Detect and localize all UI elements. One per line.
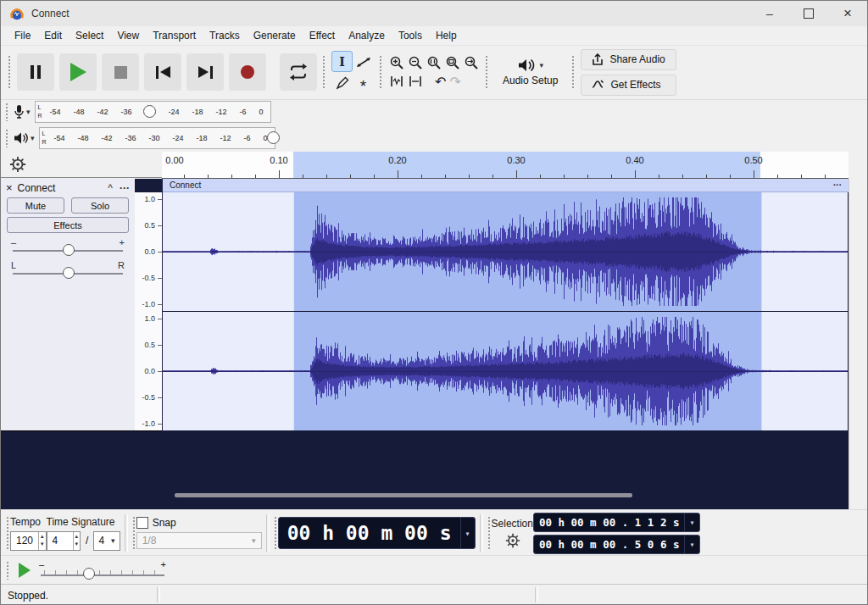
skip-to-start-button[interactable]	[144, 53, 181, 91]
fit-project-button[interactable]	[444, 54, 461, 71]
speaker-icon	[517, 58, 536, 73]
pan-slider[interactable]: L R	[11, 260, 125, 280]
menu-tracks[interactable]: Tracks	[203, 27, 247, 44]
menu-tools[interactable]: Tools	[392, 27, 429, 44]
small-speaker-icon	[14, 131, 29, 145]
record-button[interactable]	[229, 53, 266, 91]
audio-setup-button[interactable]: ▾ Audio Setup	[494, 55, 566, 89]
gain-slider[interactable]: – +	[11, 237, 125, 258]
play-button[interactable]	[59, 53, 97, 91]
vertical-ruler[interactable]: 1.00.50.0-0.5-1.01.00.50.0-0.5-1.0	[135, 192, 162, 431]
waveform-canvas[interactable]	[163, 192, 848, 430]
speed-slider[interactable]: – +	[39, 561, 166, 580]
zoom-in-button[interactable]	[388, 54, 405, 71]
selection-tool-button[interactable]: I	[331, 51, 353, 72]
play-at-speed-button[interactable]	[19, 563, 31, 578]
selection-end-display[interactable]: 00 h 00 m 00 . 5 0 6 s ▾	[533, 535, 700, 554]
track-name[interactable]: Connect	[18, 182, 56, 194]
vertical-scrollbar[interactable]	[849, 179, 868, 509]
tools-toolbar-grip[interactable]	[322, 55, 326, 89]
stop-button[interactable]	[102, 53, 139, 91]
timeline-options[interactable]	[1, 152, 162, 178]
recording-meter-device[interactable]: ▾	[14, 104, 31, 119]
silence-audio-button[interactable]	[407, 74, 424, 89]
pencil-icon	[336, 76, 349, 90]
time-display-grip[interactable]	[274, 516, 278, 550]
snap-caret-icon: ▾	[252, 536, 256, 545]
recording-volume-thumb[interactable]	[143, 105, 156, 118]
menu-generate[interactable]: Generate	[247, 27, 303, 44]
speed-toolbar-grip[interactable]	[6, 561, 10, 580]
menu-effect[interactable]: Effect	[303, 27, 342, 44]
mute-button[interactable]: Mute	[7, 197, 64, 214]
clip-title: Connect	[170, 180, 201, 190]
meter-scale: -54-48-42-36-30-24-18-12-60	[54, 134, 268, 142]
loop-button[interactable]	[280, 53, 317, 91]
pause-button[interactable]	[17, 53, 54, 91]
zoom-toggle-button[interactable]	[463, 54, 480, 71]
time-signature-upper-input[interactable]: 4 ▴▾	[47, 531, 81, 551]
share-audio-button[interactable]: Share Audio	[581, 49, 676, 70]
effects-button[interactable]: Effects	[7, 217, 129, 233]
share-toolbar-grip[interactable]	[571, 55, 576, 89]
clip-menu-button[interactable]: ···	[833, 180, 842, 190]
menu-view[interactable]: View	[110, 27, 146, 44]
menu-edit[interactable]: Edit	[37, 27, 69, 44]
envelope-tool-button[interactable]	[353, 51, 374, 72]
audio-position-display[interactable]: 00 h 00 m 00 s ▾	[278, 517, 476, 549]
multi-tool-button[interactable]: *	[353, 72, 374, 93]
audio-setup-caret-icon: ▾	[539, 61, 543, 69]
playback-meter[interactable]: LR -54-48-42-36-30-24-18-12-60	[39, 127, 275, 149]
tempo-input[interactable]: 120 ▴▾	[10, 531, 47, 551]
minimize-button[interactable]: –	[750, 1, 789, 26]
multi-tool-icon: *	[360, 75, 366, 91]
speed-slider-thumb[interactable]	[83, 568, 95, 580]
recording-meter[interactable]: LR -54-48-42-36-30-24-18-12-60	[35, 101, 271, 123]
audio-setup-grip[interactable]	[485, 55, 489, 89]
redo-button[interactable]: ↷	[448, 73, 461, 91]
snap-interval-dropdown[interactable]: 1/8 ▾	[136, 532, 262, 549]
playback-meter-grip[interactable]	[5, 129, 9, 147]
skip-to-end-button[interactable]	[186, 53, 224, 91]
track-menu-button[interactable]: ···	[120, 182, 130, 194]
zoom-to-selection-button[interactable]	[426, 54, 442, 71]
app-logo-icon	[9, 6, 25, 21]
draw-tool-button[interactable]	[331, 72, 353, 93]
recording-meter-caret-icon: ▾	[26, 108, 31, 116]
undo-icon: ↶	[435, 74, 446, 90]
menu-transport[interactable]: Transport	[146, 27, 203, 44]
loop-icon	[287, 63, 309, 81]
selection-gear-icon[interactable]	[505, 533, 520, 548]
timeline-toolbar: 0.000.100.200.300.400.50	[1, 152, 867, 179]
time-signature-lower-dropdown[interactable]: 4 ▾	[93, 531, 120, 551]
menu-bar: FileEditSelectViewTransportTracksGenerat…	[1, 26, 867, 46]
menu-file[interactable]: File	[8, 27, 37, 44]
trim-audio-button[interactable]	[388, 74, 405, 89]
solo-button[interactable]: Solo	[71, 197, 129, 214]
get-effects-button[interactable]: Get Effects	[581, 75, 676, 96]
zoom-out-button[interactable]	[407, 54, 424, 71]
horizontal-scrollbar[interactable]	[175, 493, 632, 497]
selection-start-display[interactable]: 00 h 00 m 00 . 1 1 2 s ▾	[533, 513, 700, 532]
playback-meter-device[interactable]: ▾	[14, 131, 35, 145]
edit-toolbar-grip[interactable]	[379, 55, 383, 89]
pan-slider-thumb[interactable]	[63, 267, 75, 279]
envelope-icon	[356, 55, 371, 69]
menu-select[interactable]: Select	[69, 27, 110, 44]
maximize-button[interactable]	[789, 1, 828, 26]
playback-volume-thumb[interactable]	[267, 131, 280, 144]
recording-meter-grip[interactable]	[5, 103, 9, 121]
clip-header[interactable]: Connect ···	[163, 179, 849, 192]
menu-analyze[interactable]: Analyze	[342, 27, 392, 44]
menu-help[interactable]: Help	[429, 27, 464, 44]
gain-slider-thumb[interactable]	[63, 244, 75, 256]
play-at-speed-toolbar: – +	[1, 555, 867, 585]
close-button[interactable]: ×	[828, 1, 867, 26]
time-signature-section: Time Signature 4 ▴▾ / 4 ▾	[47, 516, 120, 551]
track-collapse-button[interactable]: ^	[108, 182, 113, 194]
track-close-button[interactable]: ×	[6, 181, 13, 194]
snap-checkbox[interactable]	[136, 517, 148, 529]
undo-button[interactable]: ↶	[434, 73, 447, 91]
timeline-ruler[interactable]: 0.000.100.200.300.400.50	[162, 152, 849, 179]
transport-toolbar-grip[interactable]	[8, 55, 12, 89]
